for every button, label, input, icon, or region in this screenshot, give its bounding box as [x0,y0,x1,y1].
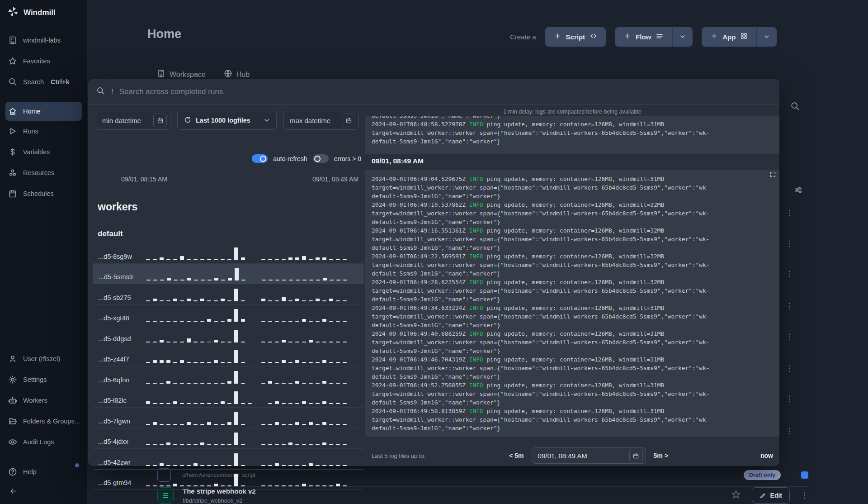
row-kebab-menu[interactable]: ⋮ [785,242,794,246]
log-level-info: INFO [469,121,483,128]
brand[interactable]: Windmill [0,0,87,25]
log-level-info: INFO [469,201,483,208]
row-kebab-menu[interactable]: ⋮ [785,366,794,371]
sidebar-item-variables[interactable]: Variables [0,142,87,162]
back-5m-button[interactable]: < 5m [509,452,524,459]
sidebar-item-label: Settings [23,376,47,383]
deploy-icon[interactable] [801,471,808,479]
log-line: target=windmill_worker::worker span={"ho… [372,261,773,269]
worker-row[interactable]: ...d5-7lgwn [93,408,363,428]
arrow-left-icon [9,487,18,495]
search-input[interactable] [119,87,771,96]
sidebar-item-windmill-labs[interactable]: windmill-labs [0,30,87,51]
play-icon [8,127,17,136]
log-line: default-5sms9-Jmn1G","name":"worker"} [372,295,773,304]
log-line: default-5sms9-Jmn1G","name":"worker"} [372,321,773,329]
worker-activity-sparkline [146,452,361,466]
sidebar-item-audit-logs[interactable]: Audit Logs [0,432,87,452]
now-button[interactable]: now [760,452,773,459]
log-line: default-5sms9-Jmn1G","name":"worker"} [372,398,773,407]
worker-row[interactable]: ...d5-5sms9 [93,264,363,285]
calendar-icon[interactable] [629,449,643,462]
search-icon[interactable] [790,101,800,113]
sidebar-item-settings[interactable]: Settings [0,369,87,390]
help-icon [8,467,17,476]
logfiles-chevron[interactable] [257,111,276,129]
sidebar-item-schedules[interactable]: Schedules [0,183,87,204]
worker-row[interactable]: ...d5-4jdxx [93,428,363,449]
calendar-icon[interactable] [342,114,355,127]
row-kebab-menu[interactable]: ⋮ [785,211,794,215]
sidebar-item-folders-groups[interactable]: Folders & Groups... [0,411,87,432]
worker-activity-sparkline [146,369,361,384]
max-datetime-input[interactable]: max datetime [283,111,359,130]
favorite-star-icon[interactable] [731,490,741,501]
worker-row[interactable]: ...d5-8sg9w [93,243,363,264]
sidebar-item-favorites[interactable]: Favorites [0,51,87,71]
expand-icon[interactable] [769,171,776,180]
sidebar-item-search[interactable]: SearchCtrl+k [0,71,87,92]
worker-row[interactable]: ...d5-xgt48 [93,305,363,326]
time-range-start: 09/01, 08:15 AM [121,176,167,183]
app-dropdown-chevron[interactable] [757,27,777,47]
sidebar-item-home[interactable]: Home [5,102,82,121]
plus-icon [554,32,561,41]
create-flow-button[interactable]: Flow [615,27,693,47]
logfiles-selected-value: Last 1000 logfiles [196,117,250,124]
sidebar-item-label: Home [23,108,41,115]
worker-row[interactable]: ...d5-gtm94 [93,470,363,490]
create-script-button[interactable]: Script [545,27,606,47]
log-footer: Last 5 log files up to: < 5m 09/01, 08:4… [365,445,779,466]
log-line: 2024-09-01T06:49:46.704319Z INFO ping up… [372,355,773,364]
worker-activity-sparkline [146,431,361,445]
time-range-end: 09/01, 08:49 AM [312,176,359,183]
sidebar-item-workers[interactable]: Workers [0,390,87,411]
sidebar-item-runs[interactable]: Runs [0,121,87,142]
worker-name: ...d5-z44f7 [98,356,146,363]
worker-row[interactable]: ...d5-6qfnn [93,366,363,387]
sidebar-item-resources[interactable]: Resources [0,162,87,183]
auto-refresh-toggle[interactable] [252,154,268,163]
log-line: default-5sms9-Jmn1G","name":"worker"} [372,218,773,226]
row-kebab-menu[interactable]: ⋮ [785,397,794,401]
log-line: default-5sms9-Jmn1G","name":"worker"} [372,192,773,200]
sidebar-item-user-rfiszel[interactable]: User (rfiszel) [0,348,87,369]
log-line: 2024-09-01T06:49:04.529675Z INFO ping up… [372,175,773,183]
log-line: default-5sms9-Jmn1G","name":"worker"} [372,424,773,433]
sidebar-top-group: windmill-labsFavoritesSearchCtrl+k [0,25,87,97]
filter-sliders-icon[interactable] [794,185,803,196]
calendar-icon[interactable] [153,114,167,127]
row-kebab-menu[interactable]: ⋮ [785,429,794,433]
worker-row[interactable]: ...d5-z44f7 [93,346,363,367]
worker-row[interactable]: ...d5-l82lc [93,387,363,408]
flow-dropdown-chevron[interactable] [673,27,693,47]
row-kebab-menu[interactable]: ⋮ [785,335,794,339]
worker-row[interactable]: ...d5-42zwr [93,449,363,470]
row-kebab-menu[interactable]: ⋮ [785,272,794,276]
user-icon [8,354,17,363]
log-line: 2024-09-01T06:48:58.522978Z INFO ping up… [372,120,773,128]
brand-name: Windmill [24,8,56,17]
log-line: default-5sms9-Jmn1G","name":"worker"} [372,372,773,381]
row-kebab-menu[interactable]: ⋮ [801,491,808,500]
min-datetime-input[interactable]: min datetime [96,111,170,130]
forward-5m-button[interactable]: 5m > [654,452,668,459]
collapse-sidebar-button[interactable] [0,487,87,504]
row-kebab-menu[interactable]: ⋮ [785,304,794,309]
errors-toggle[interactable] [313,154,329,163]
tab-hub[interactable]: Hub [224,69,250,80]
sidebar-item-label: Favorites [23,57,50,65]
logfiles-select[interactable]: Last 1000 logfiles [177,111,277,130]
worker-rows: ...d5-8sg9w...d5-5sms9...d5-sb275...d5-x… [93,243,363,490]
create-app-button[interactable]: App [702,27,777,47]
worker-name: ...d5-5sms9 [99,273,146,281]
worker-row[interactable]: ...d5-ddgsd [93,325,363,346]
sidebar-item-help[interactable]: Help [0,461,87,482]
tab-workspace[interactable]: Workspace [157,69,206,80]
worker-row[interactable]: ...d5-sb275 [93,284,363,305]
tab-hub-label: Hub [236,71,250,79]
footer-datetime-input[interactable]: 09/01, 08:49 AM [532,447,646,464]
windmill-logo-icon [7,6,19,19]
log-line: default-5sms9-Jmn1G","name":"worker"} [372,243,773,252]
edit-button[interactable]: Edit [752,487,790,504]
